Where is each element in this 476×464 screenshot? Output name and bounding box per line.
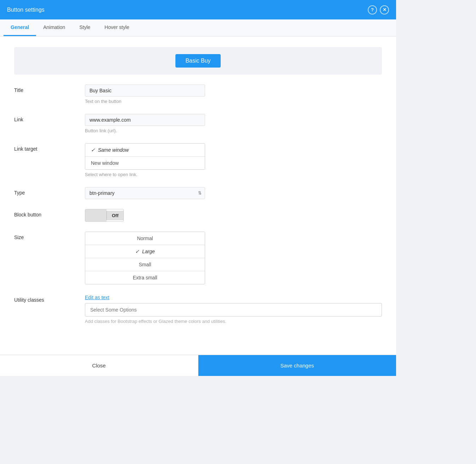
type-select[interactable]: btn-primary btn-secondary btn-success bt… xyxy=(85,187,205,199)
title-hint: Text on the button xyxy=(85,99,297,104)
size-normal[interactable]: Normal xyxy=(85,232,205,245)
block-button-toggle[interactable]: Off xyxy=(85,209,124,222)
link-target-same-window[interactable]: ✓ Same window xyxy=(85,144,205,157)
size-list: Normal ✓ Large Small Extra small xyxy=(85,232,205,284)
link-target-row: Link target ✓ Same window New window Sel… xyxy=(14,143,382,177)
tabs-bar: General Animation Style Hover style xyxy=(0,19,396,36)
size-large-label: Large xyxy=(142,249,155,254)
toggle-off xyxy=(85,209,106,221)
link-label: Link xyxy=(14,114,85,122)
type-select-wrapper: btn-primary btn-secondary btn-success bt… xyxy=(85,187,205,199)
toggle-state: Off xyxy=(106,211,123,220)
link-field: Button link (url). xyxy=(85,114,297,133)
link-target-label: Link target xyxy=(14,143,85,152)
link-row: Link Button link (url). xyxy=(14,114,382,133)
close-button[interactable]: Close xyxy=(0,355,198,376)
size-extra-small-label: Extra small xyxy=(133,275,157,280)
form-content: Basic Buy Title Text on the button Link … xyxy=(0,36,396,355)
link-target-list: ✓ Same window New window xyxy=(85,143,205,170)
size-small-label: Small xyxy=(139,262,151,267)
link-target-hint: Select where to open link. xyxy=(85,172,297,177)
title-input[interactable] xyxy=(85,85,205,97)
utility-classes-input[interactable] xyxy=(85,303,382,317)
title-row: Title Text on the button xyxy=(14,85,382,104)
link-target-field: ✓ Same window New window Select where to… xyxy=(85,143,297,177)
utility-classes-label: Utility classes xyxy=(14,294,85,303)
same-window-label: Same window xyxy=(98,147,129,153)
check-icon: ✓ xyxy=(91,147,95,153)
tab-style[interactable]: Style xyxy=(72,19,97,36)
edit-as-text-link[interactable]: Edit as text xyxy=(85,295,109,300)
utility-classes-field: Edit as text Add classes for Bootstrap e… xyxy=(85,294,382,324)
close-icon[interactable]: ✕ xyxy=(380,5,389,14)
link-input[interactable] xyxy=(85,114,205,126)
block-button-label: Block button xyxy=(14,209,85,218)
title-label: Title xyxy=(14,85,85,93)
tab-general[interactable]: General xyxy=(4,19,36,36)
header-icons: ? ✕ xyxy=(368,5,389,14)
dialog-title: Button settings xyxy=(7,7,45,13)
title-field: Text on the button xyxy=(85,85,297,104)
utility-classes-row: Utility classes Edit as text Add classes… xyxy=(14,294,382,324)
size-label: Size xyxy=(14,232,85,240)
help-icon[interactable]: ? xyxy=(368,5,377,14)
header: Button settings ? ✕ xyxy=(0,0,396,19)
size-extra-small[interactable]: Extra small xyxy=(85,271,205,284)
preview-area: Basic Buy xyxy=(14,47,382,75)
utility-hint: Add classes for Bootstrap effects or Gla… xyxy=(85,319,382,324)
link-hint: Button link (url). xyxy=(85,128,297,133)
new-window-label: New window xyxy=(91,160,119,166)
save-button[interactable]: Save changes xyxy=(198,355,396,376)
tab-hover-style[interactable]: Hover style xyxy=(98,19,137,36)
size-field: Normal ✓ Large Small Extra small xyxy=(85,232,297,284)
size-row: Size Normal ✓ Large Small Extra small xyxy=(14,232,382,284)
preview-button[interactable]: Basic Buy xyxy=(175,54,220,68)
type-label: Type xyxy=(14,187,85,196)
size-normal-label: Normal xyxy=(137,236,153,241)
link-target-new-window[interactable]: New window xyxy=(85,157,205,169)
type-field: btn-primary btn-secondary btn-success bt… xyxy=(85,187,297,199)
tab-animation[interactable]: Animation xyxy=(36,19,72,36)
size-large[interactable]: ✓ Large xyxy=(85,245,205,258)
block-button-row: Block button Off xyxy=(14,209,382,222)
type-row: Type btn-primary btn-secondary btn-succe… xyxy=(14,187,382,199)
footer: Close Save changes xyxy=(0,355,396,376)
size-check-icon: ✓ xyxy=(135,249,139,254)
block-button-field: Off xyxy=(85,209,297,222)
size-small[interactable]: Small xyxy=(85,258,205,271)
